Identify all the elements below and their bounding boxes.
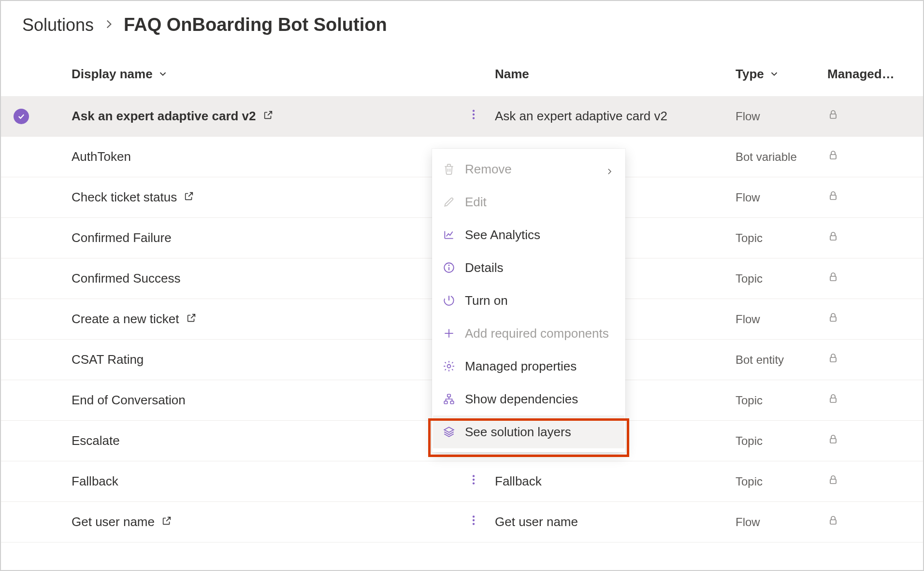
column-managed-label: Managed… <box>827 67 895 81</box>
lock-icon <box>827 271 839 286</box>
lock-icon <box>827 393 839 408</box>
lock-icon <box>827 190 839 205</box>
display-name-label: Get user name <box>72 514 155 529</box>
display-name-label: End of Conversation <box>72 393 186 408</box>
table-row[interactable]: FallbackFallbackTopic <box>1 461 923 502</box>
lock-icon <box>827 312 839 327</box>
type-cell: Flow <box>736 110 760 123</box>
display-name-label: Ask an expert adaptive card v2 <box>72 109 256 124</box>
more-actions-button[interactable] <box>467 473 480 489</box>
lock-icon <box>827 352 839 367</box>
menu-item-gear[interactable]: Managed properties <box>433 350 624 383</box>
table-header: Display name Name Type Managed… <box>1 52 923 96</box>
context-menu: RemoveEditSee AnalyticsDetailsTurn onAdd… <box>432 149 625 452</box>
column-name[interactable]: Name <box>488 67 736 82</box>
column-display-name[interactable]: Display name <box>58 67 459 82</box>
display-name-label: Fallback <box>72 474 118 489</box>
external-link-icon <box>184 190 194 205</box>
lock-icon <box>827 514 839 529</box>
external-link-icon <box>263 109 274 124</box>
display-name-link[interactable]: AuthToken <box>72 149 131 164</box>
breadcrumb-current: FAQ OnBoarding Bot Solution <box>124 14 387 35</box>
gear-icon <box>442 359 456 373</box>
external-link-icon <box>186 312 197 327</box>
pencil-icon <box>442 195 456 209</box>
display-name-link[interactable]: Confirmed Success <box>72 271 180 286</box>
name-cell: Get user name <box>495 514 578 529</box>
menu-item-plus: Add required components <box>433 317 624 350</box>
menu-item-sitemap[interactable]: Show dependencies <box>433 383 624 415</box>
power-icon <box>442 293 456 308</box>
menu-item-label: Remove <box>465 162 596 177</box>
type-cell: Topic <box>736 231 763 245</box>
menu-item-label: See solution layers <box>465 425 615 440</box>
menu-item-info[interactable]: Details <box>433 251 624 284</box>
more-actions-button[interactable] <box>467 514 480 530</box>
type-cell: Topic <box>736 475 763 488</box>
sitemap-icon <box>442 392 456 406</box>
type-cell: Topic <box>736 394 763 407</box>
display-name-label: CSAT Rating <box>72 352 144 367</box>
display-name-label: Escalate <box>72 433 120 448</box>
more-actions-button[interactable] <box>467 108 480 124</box>
lock-icon <box>827 474 839 489</box>
display-name-label: Check ticket status <box>72 190 177 205</box>
external-link-icon <box>161 514 172 529</box>
type-cell: Flow <box>736 515 760 529</box>
chevron-right-icon <box>605 164 615 174</box>
menu-item-pencil: Edit <box>433 186 624 218</box>
type-cell: Bot variable <box>736 150 797 164</box>
menu-item-label: Details <box>465 260 615 275</box>
info-icon <box>442 260 456 275</box>
display-name-link[interactable]: Get user name <box>72 514 172 529</box>
display-name-link[interactable]: Fallback <box>72 474 118 489</box>
menu-item-label: Show dependencies <box>465 392 615 407</box>
column-name-label: Name <box>495 67 529 81</box>
name-cell: Ask an expert adaptive card v2 <box>495 109 667 123</box>
breadcrumb-root[interactable]: Solutions <box>22 15 94 35</box>
chevron-right-icon <box>102 15 115 34</box>
type-cell: Bot entity <box>736 353 784 367</box>
table-row[interactable]: Get user nameGet user nameFlow <box>1 502 923 542</box>
display-name-link[interactable]: Confirmed Failure <box>72 230 172 245</box>
menu-item-layers[interactable]: See solution layers <box>433 415 624 448</box>
display-name-label: Confirmed Failure <box>72 230 172 245</box>
name-cell: Fallback <box>495 474 542 488</box>
lock-icon <box>827 149 839 164</box>
display-name-label: Create a new ticket <box>72 312 179 327</box>
menu-item-label: Edit <box>465 195 615 210</box>
display-name-link[interactable]: End of Conversation <box>72 393 186 408</box>
display-name-label: Confirmed Success <box>72 271 180 286</box>
chart-icon <box>442 228 456 242</box>
lock-icon <box>827 433 839 448</box>
menu-item-power[interactable]: Turn on <box>433 284 624 317</box>
breadcrumb: Solutions FAQ OnBoarding Bot Solution <box>1 1 923 52</box>
menu-item-chart[interactable]: See Analytics <box>433 218 624 251</box>
chevron-down-icon <box>769 69 780 79</box>
column-type[interactable]: Type <box>736 67 827 82</box>
display-name-link[interactable]: Check ticket status <box>72 190 194 205</box>
menu-item-label: Add required components <box>465 326 615 341</box>
chevron-down-icon <box>158 69 168 79</box>
display-name-link[interactable]: Escalate <box>72 433 120 448</box>
display-name-link[interactable]: CSAT Rating <box>72 352 144 367</box>
type-cell: Topic <box>736 434 763 448</box>
lock-icon <box>827 230 839 245</box>
type-cell: Flow <box>736 191 760 204</box>
column-type-label: Type <box>736 67 764 82</box>
column-display-name-label: Display name <box>72 67 153 82</box>
menu-item-trash: Remove <box>433 153 624 186</box>
display-name-link[interactable]: Create a new ticket <box>72 312 197 327</box>
display-name-link[interactable]: Ask an expert adaptive card v2 <box>72 109 274 124</box>
menu-item-label: Turn on <box>465 293 615 308</box>
plus-icon <box>442 326 456 341</box>
trash-icon <box>442 162 456 176</box>
menu-item-label: See Analytics <box>465 228 615 243</box>
column-managed[interactable]: Managed… <box>827 67 923 82</box>
table-row[interactable]: Ask an expert adaptive card v2Ask an exp… <box>1 96 923 137</box>
selected-check-icon[interactable] <box>14 109 29 124</box>
type-cell: Topic <box>736 272 763 286</box>
display-name-label: AuthToken <box>72 149 131 164</box>
layers-icon <box>442 425 456 439</box>
menu-item-label: Managed properties <box>465 359 615 374</box>
